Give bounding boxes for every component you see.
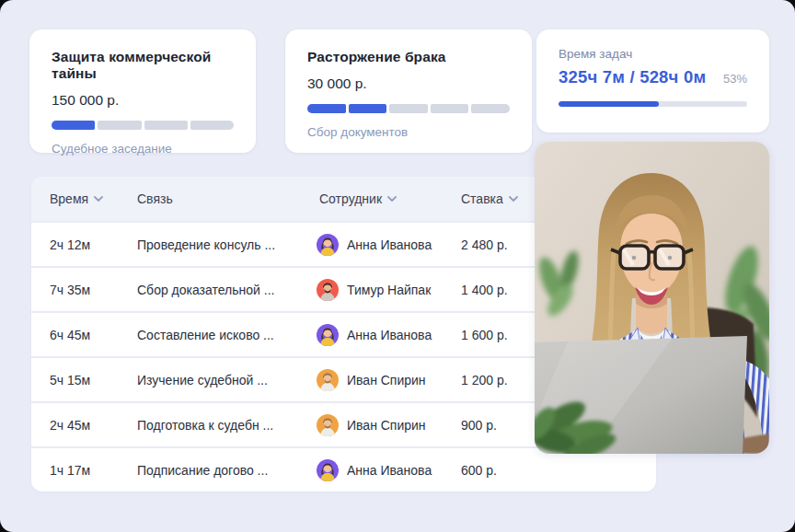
chevron-down-icon[interactable] (509, 196, 518, 202)
row-time: 7ч 35м (50, 283, 90, 297)
row-task: Изучение судебной ... (137, 373, 268, 387)
case-progress (52, 121, 234, 130)
chevron-down-icon[interactable] (387, 196, 397, 202)
column-label: Ставка (461, 191, 503, 206)
row-employee: Иван Спирин (317, 414, 426, 436)
row-time: 5ч 15м (50, 373, 90, 387)
column-header-rate[interactable]: Ставка (461, 191, 518, 206)
row-rate: 2 480 р. (461, 237, 508, 252)
row-employee: Тимур Найпак (317, 279, 431, 301)
consultant-photo (535, 142, 769, 454)
time-card: Время задач 325ч 7м / 528ч 0м 53% (536, 29, 769, 133)
case-stage: Судебное заседание (52, 142, 234, 156)
case-card-divorce: Расторжение брака 30 000 р. Сбор докумен… (285, 29, 532, 153)
employee-avatar (317, 324, 339, 346)
row-employee: Иван Спирин (317, 369, 426, 391)
time-percent: 53% (723, 72, 747, 86)
employee-avatar (317, 414, 339, 436)
row-employee: Анна Иванова (317, 459, 432, 481)
progress-segment (431, 104, 469, 113)
dashboard: Защита коммерческой тайны 150 000 р. Суд… (0, 0, 795, 532)
row-rate: 1 600 р. (461, 328, 508, 342)
employee-avatar (317, 459, 339, 481)
employee-name: Анна Иванова (347, 237, 432, 252)
column-label: Связь (137, 191, 173, 206)
row-rate: 900 р. (461, 418, 497, 433)
progress-segment (349, 104, 387, 113)
row-task: Подготовка к судебн ... (137, 418, 273, 433)
case-amount: 30 000 р. (307, 75, 510, 92)
column-header-time[interactable]: Время (50, 191, 103, 206)
employee-avatar (317, 369, 339, 391)
employee-name: Тимур Найпак (347, 283, 431, 297)
column-label: Время (50, 191, 88, 206)
time-total: 325ч 7м / 528ч 0м (559, 67, 706, 87)
row-employee: Анна Иванова (317, 324, 432, 346)
column-header-task: Связь (137, 191, 173, 206)
employee-name: Анна Иванова (347, 463, 432, 478)
time-card-title: Время задач (559, 47, 747, 61)
progress-segment (144, 121, 188, 130)
row-employee: Анна Иванова (317, 234, 432, 256)
progress-segment (52, 121, 95, 130)
case-amount: 150 000 р. (52, 92, 234, 109)
case-title: Расторжение брака (307, 49, 510, 65)
employee-avatar (317, 279, 339, 301)
progress-segment (98, 121, 141, 130)
employee-avatar (317, 234, 339, 256)
consultant-photo-illustration (535, 142, 769, 454)
row-task: Составление исково ... (137, 328, 274, 342)
progress-segment (389, 104, 428, 113)
case-card-trade-secret: Защита коммерческой тайны 150 000 р. Суд… (29, 29, 256, 153)
employee-name: Иван Спирин (347, 418, 426, 433)
employee-name: Анна Иванова (347, 328, 432, 342)
chevron-down-icon[interactable] (94, 196, 103, 202)
case-title: Защита коммерческой тайны (52, 49, 234, 82)
row-task: Подписание догово ... (137, 463, 268, 478)
row-rate: 1 400 р. (461, 283, 508, 297)
row-time: 2ч 45м (50, 418, 90, 433)
employee-name: Иван Спирин (347, 373, 426, 387)
case-stage: Сбор документов (307, 125, 510, 139)
row-rate: 600 р. (461, 463, 497, 478)
row-task: Сбор доказательной ... (137, 283, 274, 297)
column-label: Сотрудник (319, 191, 382, 206)
case-progress (307, 104, 510, 113)
row-rate: 1 200 р. (461, 373, 508, 387)
time-progress (559, 101, 747, 107)
progress-segment (471, 104, 510, 113)
row-time: 2ч 12м (50, 237, 90, 252)
row-time: 1ч 17м (50, 463, 90, 478)
row-task: Проведение консуль ... (137, 237, 275, 252)
progress-segment (307, 104, 346, 113)
time-progress-fill (559, 101, 659, 107)
row-time: 6ч 45м (50, 328, 90, 342)
column-header-employee[interactable]: Сотрудник (319, 191, 397, 206)
progress-segment (190, 121, 234, 130)
